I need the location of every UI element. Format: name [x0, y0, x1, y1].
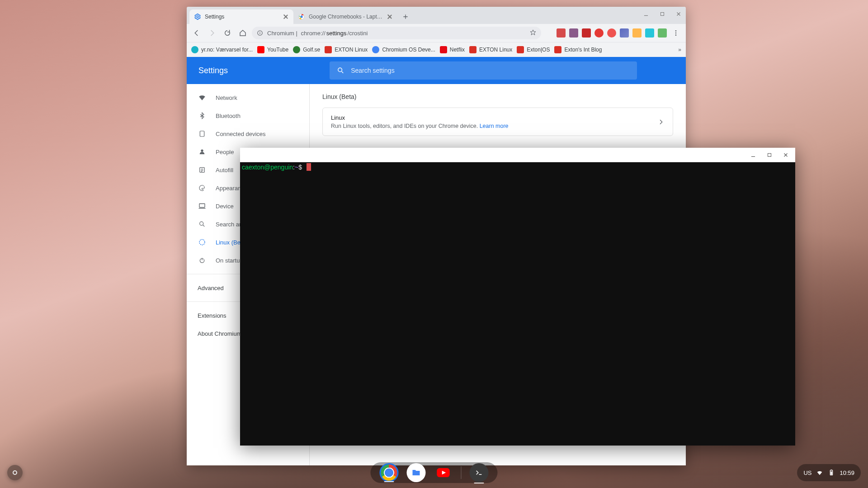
wifi-icon [198, 93, 207, 102]
search-settings-input[interactable] [351, 67, 630, 74]
extension-icon[interactable] [632, 28, 642, 38]
window-minimize-button[interactable] [641, 9, 651, 19]
laptop-icon [198, 202, 207, 211]
bookmark-item[interactable]: Exton|OS [517, 46, 550, 53]
new-tab-button[interactable] [399, 10, 412, 23]
launcher-button[interactable] [7, 465, 23, 480]
search-icon [198, 220, 207, 229]
address-bar[interactable]: Chromium | chrome:// settings /crostini [252, 27, 541, 39]
settings-header: Settings [187, 57, 686, 84]
battery-icon [828, 469, 835, 476]
terminal-cursor [307, 163, 311, 171]
nav-forward-button[interactable] [206, 27, 218, 39]
bookmark-item[interactable]: Chromium OS Deve... [372, 46, 435, 53]
learn-more-link[interactable]: Learn more [480, 123, 509, 129]
extension-icon[interactable] [594, 28, 604, 38]
tab-strip: Settings Google Chromebooks - Laptops [187, 7, 686, 24]
shelf-divider [461, 466, 462, 479]
bookmark-star-icon[interactable] [529, 29, 537, 38]
sidebar-item-connected-devices[interactable]: Connected devices [187, 125, 309, 143]
extensions-row [544, 28, 667, 38]
svg-rect-3 [644, 15, 648, 16]
svg-rect-19 [751, 156, 755, 157]
extension-icon[interactable] [620, 28, 629, 38]
tab-chromebooks[interactable]: Google Chromebooks - Laptops [293, 9, 397, 24]
bookmarks-overflow-button[interactable]: » [678, 47, 681, 53]
window-close-button[interactable] [779, 150, 793, 160]
svg-rect-15 [199, 204, 205, 207]
window-maximize-button[interactable] [763, 150, 776, 160]
svg-rect-24 [831, 471, 832, 474]
sidebar-item-bluetooth[interactable]: Bluetooth [187, 107, 309, 125]
sidebar-item-label: People [216, 149, 234, 155]
svg-point-10 [675, 34, 677, 36]
svg-point-11 [338, 68, 342, 72]
status-tray[interactable]: US 10:59 [797, 464, 861, 481]
shelf-app-terminal[interactable] [470, 463, 489, 482]
terminal-window: caexton@penguin:~$ [240, 148, 795, 446]
bookmark-item[interactable]: YouTube [257, 46, 288, 53]
bookmark-item[interactable]: Netflix [440, 46, 465, 53]
card-title: Linux [331, 114, 509, 121]
window-controls [641, 9, 684, 19]
extension-icon[interactable] [544, 28, 553, 38]
terminal-body[interactable]: caexton@penguin:~$ [240, 162, 795, 446]
close-icon[interactable] [387, 14, 393, 20]
shelf-apps [371, 462, 498, 483]
nav-reload-button[interactable] [221, 27, 234, 39]
browser-menu-button[interactable] [670, 27, 682, 39]
svg-point-13 [201, 150, 203, 152]
linux-card[interactable]: Linux Run Linux tools, editors, and IDEs… [322, 108, 673, 136]
svg-rect-4 [661, 13, 664, 16]
sidebar-item-label: Autofill [216, 167, 233, 174]
terminal-titlebar [240, 148, 795, 162]
sidebar-item-label: Network [216, 94, 237, 101]
window-maximize-button[interactable] [657, 9, 668, 19]
svg-rect-23 [831, 469, 832, 470]
bookmark-item[interactable]: Exton's Int Blog [554, 46, 602, 53]
person-icon [198, 147, 207, 156]
sidebar-item-label: On startup [216, 257, 243, 264]
wifi-icon [816, 469, 823, 476]
extension-icon[interactable] [645, 28, 654, 38]
shelf-app-chromium[interactable] [380, 463, 399, 482]
sidebar-item-network[interactable]: Network [187, 89, 309, 107]
files-icon [411, 467, 422, 478]
tab-label: Google Chromebooks - Laptops [309, 14, 383, 20]
power-icon [198, 256, 207, 265]
site-info-icon[interactable] [256, 29, 264, 37]
extension-icon[interactable] [557, 28, 566, 38]
svg-point-8 [675, 30, 677, 32]
bookmark-item[interactable]: Golf.se [293, 46, 320, 53]
sidebar-item-label: Device [216, 203, 234, 210]
bookmark-item[interactable]: yr.no: Værvarsel for... [191, 46, 253, 53]
svg-point-16 [200, 222, 203, 225]
extension-icon[interactable] [582, 28, 591, 38]
extension-icon[interactable] [658, 28, 667, 38]
svg-point-9 [675, 33, 677, 34]
clock: 10:59 [840, 469, 854, 476]
window-minimize-button[interactable] [746, 150, 760, 160]
tab-settings[interactable]: Settings [189, 9, 293, 24]
shelf-app-youtube[interactable] [434, 463, 453, 482]
extension-icon[interactable] [607, 28, 616, 38]
search-settings[interactable] [330, 61, 637, 80]
keyboard-layout: US [803, 469, 811, 476]
nav-home-button[interactable] [236, 27, 249, 39]
terminal-icon [475, 468, 484, 477]
extension-icon[interactable] [569, 28, 578, 38]
window-close-button[interactable] [673, 9, 684, 19]
nav-back-button[interactable] [190, 27, 203, 39]
linux-icon [198, 238, 207, 247]
close-icon[interactable] [283, 14, 289, 20]
shelf-app-files[interactable] [407, 463, 426, 482]
chromeos-shelf: US 10:59 [5, 462, 863, 483]
chevron-right-icon [657, 118, 665, 126]
svg-point-0 [197, 16, 198, 18]
bookmarks-bar: yr.no: Værvarsel for... YouTube Golf.se … [187, 42, 686, 57]
tab-label: Settings [205, 14, 279, 20]
bookmark-item[interactable]: EXTON Linux [469, 46, 512, 53]
sidebar-item-label: Connected devices [216, 131, 266, 137]
bookmark-item[interactable]: EXTON Linux [325, 46, 368, 53]
terminal-prompt: caexton@penguin:~$ [242, 164, 304, 171]
